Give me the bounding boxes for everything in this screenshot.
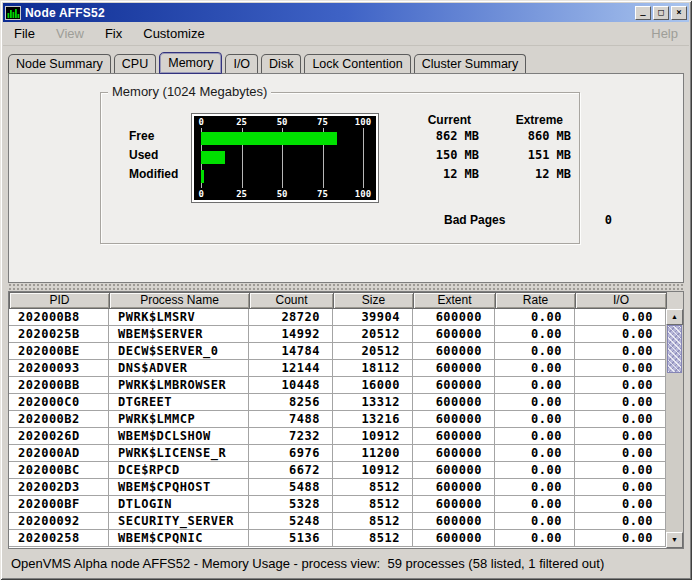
column-header-pid[interactable]: PID xyxy=(9,292,110,309)
table-row[interactable]: 202000C0 DTGREET 8256 13312 600000 0.00 … xyxy=(9,394,666,411)
cell-io: 0.00 xyxy=(575,411,666,428)
cell-size: 18112 xyxy=(333,360,413,377)
table-row[interactable]: 20200093 DNS$ADVER 12144 18112 600000 0.… xyxy=(9,360,666,377)
memory-label-modified: Modified xyxy=(129,165,192,184)
cell-process-name: WBEM$SERVER xyxy=(109,326,249,343)
unit: MB xyxy=(465,129,479,143)
vertical-scrollbar[interactable]: ▲ ▼ xyxy=(666,309,683,548)
table-row[interactable]: 202000BE DECW$SERVER_0 14784 20512 60000… xyxy=(9,343,666,360)
scrollbar-track[interactable] xyxy=(666,325,683,532)
cell-count: 7488 xyxy=(249,411,333,428)
tab-node-summary[interactable]: Node Summary xyxy=(8,54,111,73)
cell-count: 28720 xyxy=(249,309,333,326)
column-header-process-name[interactable]: Process Name xyxy=(109,292,250,309)
cell-size: 13216 xyxy=(333,411,413,428)
column-header-count[interactable]: Count xyxy=(249,292,334,309)
app-window: Node AFFS52 _ □ × File View Fix Customiz… xyxy=(0,0,692,580)
tab-label: Node Summary xyxy=(16,57,103,71)
column-header-io[interactable]: I/O xyxy=(575,292,667,309)
cell-extent: 600000 xyxy=(413,326,495,343)
scroll-up-button[interactable]: ▲ xyxy=(666,309,683,325)
table-row[interactable]: 202000BC DCE$RPCD 6672 10912 600000 0.00… xyxy=(9,462,666,479)
cell-count: 12144 xyxy=(249,360,333,377)
column-header-rate[interactable]: Rate xyxy=(495,292,576,309)
scrollbar-thumb[interactable] xyxy=(667,325,682,373)
modified-extreme-value: 12MB xyxy=(487,165,579,184)
cell-extent: 600000 xyxy=(413,513,495,530)
maximize-button[interactable]: □ xyxy=(653,6,669,20)
memory-grid: Free Used Modified 0 25 50 xyxy=(101,93,579,202)
cell-io: 0.00 xyxy=(575,428,666,445)
cell-rate: 0.00 xyxy=(495,479,575,496)
column-header-size[interactable]: Size xyxy=(333,292,414,309)
modified-current-value: 12MB xyxy=(395,165,487,184)
value: 860 xyxy=(528,129,550,143)
cell-extent: 600000 xyxy=(413,530,495,547)
tick-label: 50 xyxy=(277,188,288,200)
tab-memory[interactable]: Memory xyxy=(159,52,222,74)
cell-io: 0.00 xyxy=(575,462,666,479)
cell-io: 0.00 xyxy=(575,445,666,462)
cell-rate: 0.00 xyxy=(495,360,575,377)
cell-process-name: DCE$RPCD xyxy=(109,462,249,479)
tab-label: Lock Contention xyxy=(312,57,402,71)
table-row[interactable]: 2020026D WBEM$DCLSHOW 7232 10912 600000 … xyxy=(9,428,666,445)
bad-pages-label: Bad Pages xyxy=(444,213,505,227)
cell-process-name: SECURITY_SERVER xyxy=(109,513,249,530)
menu-view: View xyxy=(54,25,86,42)
minimize-button[interactable]: _ xyxy=(635,6,651,20)
table-row[interactable]: 202000B2 PWRK$LMMCP 7488 13216 600000 0.… xyxy=(9,411,666,428)
cell-rate: 0.00 xyxy=(495,394,575,411)
cell-extent: 600000 xyxy=(413,496,495,513)
bad-pages-row: Bad Pages 0 xyxy=(444,213,654,227)
cell-io: 0.00 xyxy=(575,360,666,377)
tick-label: 25 xyxy=(236,116,247,128)
menu-file[interactable]: File xyxy=(12,25,37,42)
tab-cluster-summary[interactable]: Cluster Summary xyxy=(414,54,527,73)
modified-memory-bar xyxy=(201,170,204,183)
cell-process-name: PWRK$LICENSE_R xyxy=(109,445,249,462)
cell-process-name: WBEM$CPQHOST xyxy=(109,479,249,496)
cell-rate: 0.00 xyxy=(495,530,575,547)
tab-cpu[interactable]: CPU xyxy=(114,54,156,73)
table-row[interactable]: 2020025B WBEM$SERVER 14992 20512 600000 … xyxy=(9,326,666,343)
tab-strip: Node Summary CPU Memory I/O Disk Lock Co… xyxy=(8,52,689,73)
tab-disk[interactable]: Disk xyxy=(261,54,301,73)
table-row[interactable]: 202000B8 PWRK$LMSRV 28720 39904 600000 0… xyxy=(9,309,666,326)
process-table: PID Process Name Count Size Extent Rate … xyxy=(8,291,684,549)
extreme-column-header: Extreme xyxy=(487,114,579,127)
table-row[interactable]: 202000AD PWRK$LICENSE_R 6976 11200 60000… xyxy=(9,445,666,462)
cell-io: 0.00 xyxy=(575,496,666,513)
cell-process-name: WBEM$DCLSHOW xyxy=(109,428,249,445)
current-column-header: Current xyxy=(395,114,487,127)
cell-pid: 20200093 xyxy=(9,360,109,377)
cell-count: 6672 xyxy=(249,462,333,479)
menu-customize[interactable]: Customize xyxy=(141,25,206,42)
menu-fix[interactable]: Fix xyxy=(103,25,124,42)
cell-pid: 2020025B xyxy=(9,326,109,343)
table-row[interactable]: 202000BB PWRK$LMBROWSER 10448 16000 6000… xyxy=(9,377,666,394)
close-button[interactable]: × xyxy=(671,6,687,20)
scroll-down-button[interactable]: ▼ xyxy=(666,532,683,548)
tick-label: 100 xyxy=(355,116,371,128)
memory-tab-panel: Memory (1024 Megabytes) Free Used Modifi… xyxy=(8,73,684,283)
table-row[interactable]: 202000BF DTLOGIN 5328 8512 600000 0.00 0… xyxy=(9,496,666,513)
cell-pid: 202002D3 xyxy=(9,479,109,496)
cell-extent: 600000 xyxy=(413,411,495,428)
table-row[interactable]: 20200258 WBEM$CPQNIC 5136 8512 600000 0.… xyxy=(9,530,666,547)
value: 862 xyxy=(436,129,458,143)
table-row[interactable]: 202002D3 WBEM$CPQHOST 5488 8512 600000 0… xyxy=(9,479,666,496)
cell-extent: 600000 xyxy=(413,377,495,394)
cell-rate: 0.00 xyxy=(495,445,575,462)
tab-io[interactable]: I/O xyxy=(225,54,258,73)
cell-size: 8512 xyxy=(333,496,413,513)
cell-io: 0.00 xyxy=(575,326,666,343)
split-pane-divider[interactable] xyxy=(8,283,684,291)
free-extreme-value: 860MB xyxy=(487,127,579,146)
cell-pid: 20200258 xyxy=(9,530,109,547)
tab-lock-contention[interactable]: Lock Contention xyxy=(304,54,410,73)
memory-label-free: Free xyxy=(129,127,192,146)
cell-count: 10448 xyxy=(249,377,333,394)
table-row[interactable]: 20200092 SECURITY_SERVER 5248 8512 60000… xyxy=(9,513,666,530)
column-header-extent[interactable]: Extent xyxy=(413,292,496,309)
